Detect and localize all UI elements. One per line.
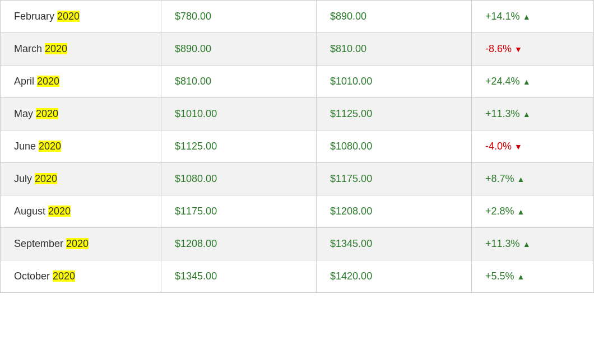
change-cell: +5.5% ▲	[472, 260, 594, 293]
table-row: August 2020 $1175.00 $1208.00 +2.8% ▲	[1, 195, 594, 228]
table-row: June 2020 $1125.00 $1080.00 -4.0% ▼	[1, 130, 594, 163]
change-value: +11.3%	[485, 238, 523, 249]
prev-value: $890.00	[161, 33, 317, 66]
data-table: February 2020 $780.00 $890.00 +14.1% ▲ M…	[0, 0, 594, 293]
year-label: 2020	[66, 238, 89, 249]
change-cell: +8.7% ▲	[472, 163, 594, 195]
direction-arrow: ▲	[517, 207, 525, 216]
month-cell: April 2020	[1, 66, 161, 98]
prev-value: $1345.00	[161, 260, 317, 293]
change-cell: +2.8% ▲	[472, 195, 594, 228]
direction-arrow: ▼	[514, 142, 522, 151]
month-cell: June 2020	[1, 130, 161, 163]
change-cell: +24.4% ▲	[472, 66, 594, 98]
prev-value: $1125.00	[161, 130, 317, 163]
month-cell: May 2020	[1, 98, 161, 130]
change-value: +5.5%	[485, 270, 517, 282]
prev-value: $810.00	[161, 66, 317, 98]
table-row: March 2020 $890.00 $810.00 -8.6% ▼	[1, 33, 594, 66]
year-label: 2020	[37, 76, 59, 87]
change-cell: -4.0% ▼	[472, 130, 594, 163]
direction-arrow: ▲	[523, 12, 531, 21]
change-cell: +11.3% ▲	[472, 228, 594, 260]
direction-arrow: ▲	[517, 272, 525, 281]
year-label: 2020	[36, 108, 58, 119]
change-cell: -8.6% ▼	[472, 33, 594, 66]
month-cell: August 2020	[1, 195, 161, 228]
month-label: October	[14, 270, 53, 282]
table-row: February 2020 $780.00 $890.00 +14.1% ▲	[1, 1, 594, 33]
change-value: +2.8%	[485, 206, 517, 217]
change-value: +14.1%	[485, 11, 523, 22]
curr-value: $1420.00	[317, 260, 472, 293]
month-label: July	[14, 173, 35, 184]
month-cell: March 2020	[1, 33, 161, 66]
year-label: 2020	[35, 173, 57, 184]
month-cell: February 2020	[1, 1, 161, 33]
change-value: +24.4%	[485, 76, 523, 87]
curr-value: $1345.00	[317, 228, 472, 260]
month-label: April	[14, 76, 37, 87]
change-value: +8.7%	[485, 173, 517, 184]
curr-value: $1175.00	[317, 163, 472, 195]
direction-arrow: ▲	[517, 175, 525, 184]
change-value: +11.3%	[485, 108, 523, 119]
table-row: April 2020 $810.00 $1010.00 +24.4% ▲	[1, 66, 594, 98]
curr-value: $810.00	[317, 33, 472, 66]
table-row: October 2020 $1345.00 $1420.00 +5.5% ▲	[1, 260, 594, 293]
year-label: 2020	[45, 43, 67, 54]
change-cell: +14.1% ▲	[472, 1, 594, 33]
month-cell: October 2020	[1, 260, 161, 293]
prev-value: $1175.00	[161, 195, 317, 228]
direction-arrow: ▲	[523, 240, 531, 249]
month-label: May	[14, 108, 36, 119]
direction-arrow: ▲	[523, 77, 531, 86]
year-label: 2020	[57, 11, 80, 22]
table-row: July 2020 $1080.00 $1175.00 +8.7% ▲	[1, 163, 594, 195]
prev-value: $1208.00	[161, 228, 317, 260]
table-row: May 2020 $1010.00 $1125.00 +11.3% ▲	[1, 98, 594, 130]
month-cell: July 2020	[1, 163, 161, 195]
direction-arrow: ▲	[523, 110, 531, 119]
change-value: -4.0%	[485, 141, 514, 152]
table-row: September 2020 $1208.00 $1345.00 +11.3% …	[1, 228, 594, 260]
month-label: March	[14, 43, 45, 54]
prev-value: $1080.00	[161, 163, 317, 195]
month-label: August	[14, 206, 48, 217]
prev-value: $1010.00	[161, 98, 317, 130]
curr-value: $1208.00	[317, 195, 472, 228]
curr-value: $1010.00	[317, 66, 472, 98]
change-value: -8.6%	[485, 43, 514, 54]
curr-value: $1080.00	[317, 130, 472, 163]
month-label: June	[14, 141, 39, 152]
year-label: 2020	[48, 206, 71, 217]
month-label: September	[14, 238, 66, 249]
year-label: 2020	[39, 141, 61, 152]
month-label: February	[14, 11, 57, 22]
curr-value: $1125.00	[317, 98, 472, 130]
year-label: 2020	[53, 270, 75, 282]
direction-arrow: ▼	[514, 45, 522, 54]
month-cell: September 2020	[1, 228, 161, 260]
curr-value: $890.00	[317, 1, 472, 33]
change-cell: +11.3% ▲	[472, 98, 594, 130]
prev-value: $780.00	[161, 1, 317, 33]
